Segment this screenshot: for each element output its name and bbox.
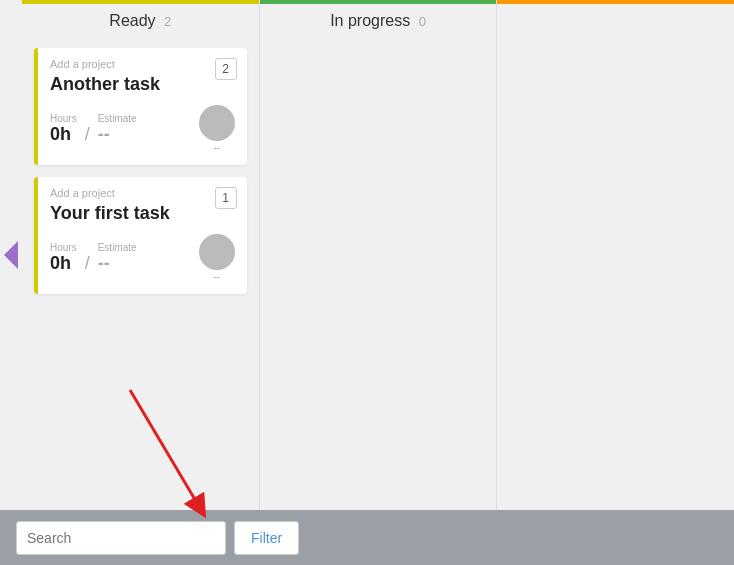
column-in-progress: In progress 0 bbox=[260, 0, 498, 510]
task-project: Add a project bbox=[50, 58, 235, 70]
in-progress-body bbox=[260, 40, 497, 510]
avatar-container: -- bbox=[199, 234, 235, 282]
in-progress-count: 0 bbox=[419, 14, 426, 29]
ready-bar bbox=[22, 0, 259, 4]
third-bar bbox=[497, 0, 734, 4]
ready-count: 2 bbox=[164, 14, 171, 29]
bottom-bar: Filter bbox=[0, 510, 734, 565]
hours-value: 0h bbox=[50, 124, 77, 146]
hours-label: Hours bbox=[50, 242, 77, 253]
task-meta: Hours 0h / Estimate -- -- bbox=[50, 105, 235, 153]
estimate-label: Estimate bbox=[98, 242, 137, 253]
avatar bbox=[199, 234, 235, 270]
estimate-value: -- bbox=[98, 124, 137, 145]
task-title: Another task bbox=[50, 74, 235, 95]
column-third-header bbox=[497, 0, 734, 22]
search-input[interactable] bbox=[16, 521, 226, 555]
estimate-label: Estimate bbox=[98, 113, 137, 124]
task-project: Add a project bbox=[50, 187, 235, 199]
column-in-progress-header: In progress 0 bbox=[260, 0, 497, 40]
main-content: Ready 2 2 Add a project Another task Hou… bbox=[0, 0, 734, 510]
estimate-item: Estimate -- bbox=[98, 242, 137, 274]
avatar-dots: -- bbox=[199, 272, 235, 282]
task-card[interactable]: 1 Add a project Your first task Hours 0h… bbox=[34, 177, 247, 294]
column-ready: Ready 2 2 Add a project Another task Hou… bbox=[22, 0, 260, 510]
avatar bbox=[199, 105, 235, 141]
column-ready-header: Ready 2 bbox=[22, 0, 259, 40]
left-nav-arrow-icon bbox=[4, 241, 18, 269]
hours-item: Hours 0h bbox=[50, 242, 77, 275]
hours-item: Hours 0h bbox=[50, 113, 77, 146]
avatar-container: -- bbox=[199, 105, 235, 153]
ready-title: Ready bbox=[109, 12, 155, 29]
task-badge: 2 bbox=[215, 58, 237, 80]
filter-button[interactable]: Filter bbox=[234, 521, 299, 555]
avatar-dots: -- bbox=[199, 143, 235, 153]
in-progress-bar bbox=[260, 0, 497, 4]
task-card[interactable]: 2 Add a project Another task Hours 0h / … bbox=[34, 48, 247, 165]
task-badge: 1 bbox=[215, 187, 237, 209]
hours-value: 0h bbox=[50, 253, 77, 275]
separator: / bbox=[85, 253, 90, 274]
hours-label: Hours bbox=[50, 113, 77, 124]
columns-area: Ready 2 2 Add a project Another task Hou… bbox=[22, 0, 734, 510]
task-meta: Hours 0h / Estimate -- -- bbox=[50, 234, 235, 282]
left-nav[interactable] bbox=[0, 0, 22, 510]
in-progress-title: In progress bbox=[330, 12, 410, 29]
estimate-value: -- bbox=[98, 253, 137, 274]
task-title: Your first task bbox=[50, 203, 235, 224]
column-third bbox=[497, 0, 734, 510]
third-body bbox=[497, 22, 734, 510]
ready-body: 2 Add a project Another task Hours 0h / … bbox=[22, 40, 259, 510]
estimate-item: Estimate -- bbox=[98, 113, 137, 145]
separator: / bbox=[85, 124, 90, 145]
